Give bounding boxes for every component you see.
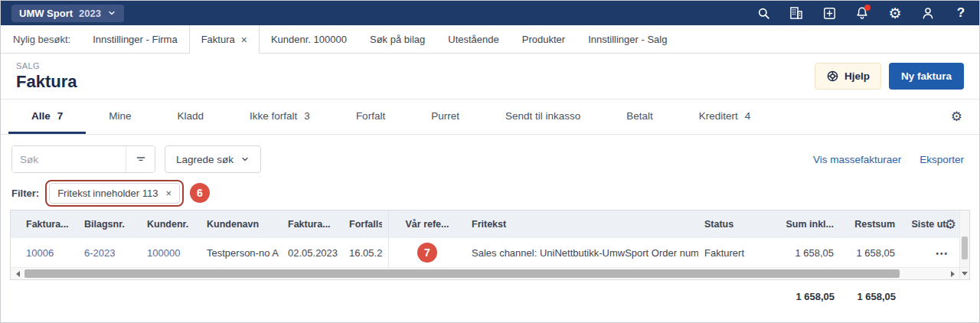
help-button[interactable]: Hjelp [815, 63, 881, 90]
cell-sum-inkl: 1 658,05 [760, 247, 840, 259]
cell-status: Fakturert [698, 247, 760, 259]
scroll-down-arrow[interactable] [960, 267, 969, 279]
tab-purret[interactable]: Purret [408, 100, 482, 134]
tab-kladd[interactable]: Kladd [155, 100, 227, 134]
invoice-list-page: UMW Sport 2023 ⚙︎ [0, 0, 980, 323]
tab-betalt[interactable]: Betalt [603, 100, 676, 134]
remove-filter-icon[interactable]: × [165, 188, 172, 199]
table-row[interactable]: 10006 6-2023 100000 Testperson-no A 02.0… [11, 238, 959, 267]
col-bilagsnr[interactable]: Bilagsnr. [78, 219, 141, 230]
col-status[interactable]: Status [698, 219, 760, 230]
company-selector[interactable]: UMW Sport 2023 [11, 5, 124, 22]
company-register-icon[interactable] [789, 5, 804, 21]
tab-kreditert[interactable]: Kreditert4 [676, 100, 774, 134]
notification-dot [864, 5, 871, 11]
recent-tab-faktura[interactable]: Faktura × [189, 25, 260, 54]
vertical-scroll-thumb[interactable] [962, 237, 968, 259]
page-header: SALG Faktura Hjelp Ny faktura [1, 54, 979, 100]
add-new-icon[interactable] [822, 5, 837, 21]
vertical-scrollbar[interactable] [959, 210, 969, 279]
recent-item-utestaende[interactable]: Utestående [436, 25, 511, 53]
section-label: SALG [16, 61, 77, 70]
cell-fakturanr[interactable]: 10006 [11, 247, 78, 259]
recent-item-innstillinger-firma[interactable]: Innstillinger - Firma [81, 25, 189, 53]
filter-icon[interactable] [126, 146, 155, 172]
column-settings-icon[interactable]: ⚙︎ [945, 210, 956, 238]
tab-forfalt[interactable]: Forfalt [333, 100, 408, 134]
horizontal-scroll-thumb[interactable] [24, 269, 900, 278]
cell-fakturadato: 02.05.2023 [282, 247, 343, 259]
saved-searches-button[interactable]: Lagrede søk [165, 145, 261, 173]
chevron-down-icon [240, 155, 250, 164]
col-sum-inkl[interactable]: Sum inkl... [760, 219, 840, 230]
total-sum-inkl: 1 658,05 [760, 291, 841, 302]
saved-searches-label: Lagrede søk [176, 154, 234, 165]
search-icon[interactable] [756, 5, 771, 21]
search-input[interactable] [12, 146, 126, 172]
col-restsum[interactable]: Restsum [840, 219, 901, 230]
topbar: UMW Sport 2023 ⚙︎ [1, 1, 979, 25]
recently-visited-bar: Nylig besøkt: Innstillinger - Firma Fakt… [1, 25, 979, 54]
scroll-left-arrow[interactable] [11, 268, 24, 279]
tab-sendt-til-inkasso[interactable]: Sendt til inkasso [482, 100, 603, 134]
filter-row: Filter: Fritekst inneholder 113 × 6 [11, 181, 964, 205]
toolbar-links: Vis massefakturaer Eksporter [813, 154, 964, 165]
recent-item-produkter[interactable]: Produkter [511, 25, 577, 53]
col-kundenavn[interactable]: Kundenavn [201, 219, 282, 230]
search-box [11, 145, 155, 173]
recent-tab-faktura-label: Faktura [201, 34, 235, 45]
close-icon[interactable]: × [241, 34, 247, 46]
col-fritekst[interactable]: Fritekst [466, 219, 698, 230]
tabs-settings-icon[interactable]: ⚙︎ [951, 100, 972, 134]
col-fakturanr[interactable]: Faktura... [11, 219, 78, 230]
tab-mine[interactable]: Mine [86, 100, 154, 134]
total-restsum: 1 658,05 [841, 291, 902, 302]
tab-alle[interactable]: Alle7 [8, 100, 86, 134]
col-forfallsdato[interactable]: Forfalls... [343, 210, 389, 238]
cell-var-referanse: 7 [389, 243, 466, 263]
annotation-outline: Fritekst inneholder 113 × [45, 180, 184, 207]
recent-item-kundenr[interactable]: Kundenr. 100000 [260, 25, 358, 53]
scroll-right-arrow[interactable] [946, 268, 959, 279]
row-menu-icon[interactable]: ••• [936, 250, 949, 258]
cell-fritekst: Sales channel: UniNettbutikk-UmwSport Or… [466, 247, 698, 259]
settings-icon[interactable]: ⚙︎ [887, 5, 903, 21]
horizontal-scroll-track[interactable] [24, 268, 946, 279]
cell-restsum: 1 658,05 [840, 247, 901, 259]
vertical-scroll-track[interactable] [960, 210, 969, 267]
totals-row: 1 658,05 1 658,05 [10, 280, 970, 302]
page-titles: SALG Faktura [16, 61, 77, 92]
col-var-referanse[interactable]: Vår refe... [389, 219, 466, 230]
invoice-table: Faktura... Bilagsnr. Kundenr. Kundenavn … [10, 210, 970, 280]
company-year: 2023 [79, 8, 101, 19]
new-invoice-button[interactable]: Ny faktura [889, 63, 964, 90]
export-link[interactable]: Eksporter [920, 154, 964, 165]
invoice-table-main: Faktura... Bilagsnr. Kundenr. Kundenavn … [11, 210, 959, 279]
chevron-down-icon [107, 8, 116, 18]
annotation-badge-7: 7 [417, 243, 437, 263]
user-icon[interactable] [920, 5, 936, 21]
page-title: Faktura [16, 72, 77, 92]
show-mass-invoices-link[interactable]: Vis massefakturaer [813, 154, 901, 165]
list-toolbar: Lagrede søk Vis massefakturaer Eksporter [11, 145, 964, 173]
filter-label: Filter: [11, 188, 39, 199]
cell-bilagsnr[interactable]: 6-2023 [78, 247, 141, 259]
col-kundenr[interactable]: Kundenr. [141, 219, 201, 230]
tab-ikke-forfalt[interactable]: Ikke forfalt3 [227, 100, 333, 134]
lifebuoy-icon [826, 70, 839, 83]
cell-kundenr[interactable]: 100000 [141, 247, 201, 259]
help-icon[interactable]: ? [953, 5, 969, 21]
recent-item-innstillinger-salg[interactable]: Innstillinger - Salg [577, 25, 678, 53]
filter-chip[interactable]: Fritekst inneholder 113 × [49, 183, 180, 204]
col-fakturadato[interactable]: Faktura... [282, 219, 343, 230]
help-button-label: Hjelp [844, 70, 870, 82]
cell-kundenavn: Testperson-no A [201, 247, 282, 259]
header-actions: Hjelp Ny faktura [815, 63, 964, 90]
notifications-icon[interactable] [854, 5, 870, 21]
company-name: UMW Sport [19, 8, 73, 19]
filter-chip-label: Fritekst inneholder 113 [57, 188, 158, 199]
recent-item-sok-pa-bilag[interactable]: Søk på bilag [358, 25, 436, 53]
cell-forfallsdato: 16.05.2023 [343, 238, 389, 267]
annotation-badge-6: 6 [190, 183, 210, 203]
horizontal-scrollbar[interactable] [11, 267, 959, 279]
